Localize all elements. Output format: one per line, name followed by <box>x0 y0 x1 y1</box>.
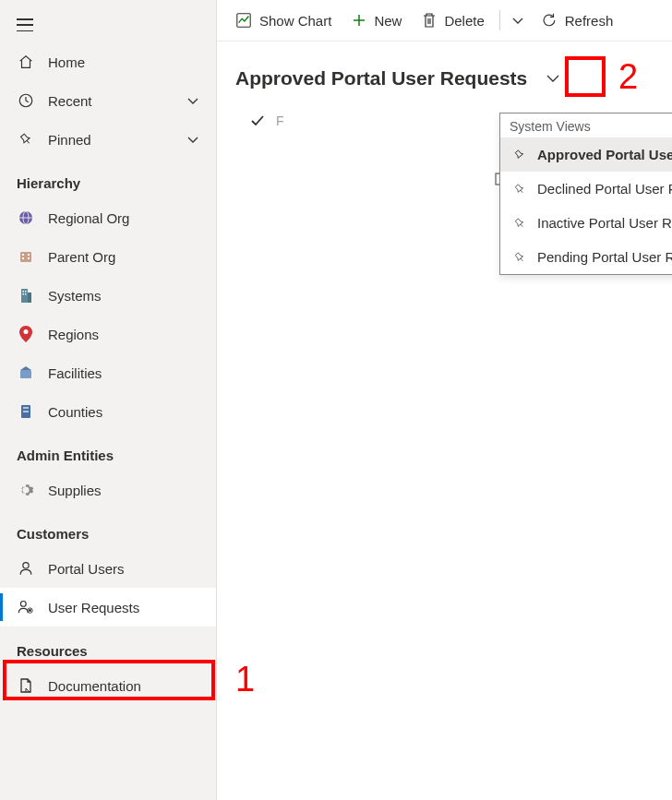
plus-icon <box>352 13 366 28</box>
dropdown-item-label: Pending Portal User Requests <box>537 249 672 265</box>
svg-rect-7 <box>22 257 24 259</box>
dropdown-item-label: Declined Portal User Requests <box>537 181 672 197</box>
sidebar-item-label: Systems <box>48 288 199 304</box>
globe-icon <box>17 209 35 227</box>
svg-rect-6 <box>28 254 30 256</box>
hamburger-menu[interactable] <box>0 7 216 42</box>
main-content: Show Chart New Delete <box>217 0 672 800</box>
dropdown-item-inactive[interactable]: Inactive Portal User Requests <box>500 206 672 240</box>
annotation-label-1: 1 <box>235 660 255 699</box>
separator <box>499 10 500 30</box>
sidebar-item-systems[interactable]: Systems <box>0 276 216 315</box>
nav-home[interactable]: Home <box>0 42 216 81</box>
chevron-down-icon <box>186 94 199 107</box>
svg-point-24 <box>30 610 31 612</box>
refresh-icon <box>541 12 558 29</box>
annotation-label-2: 2 <box>618 57 638 97</box>
sidebar-item-user-requests[interactable]: User Requests <box>0 588 216 627</box>
sidebar-item-facilities[interactable]: Facilities <box>0 353 216 392</box>
svg-rect-10 <box>28 293 31 303</box>
sidebar-item-label: Supplies <box>48 483 199 498</box>
view-selector-button[interactable] <box>536 62 570 95</box>
svg-point-15 <box>24 329 29 334</box>
show-chart-button[interactable]: Show Chart <box>226 6 341 34</box>
facility-icon <box>17 364 35 382</box>
svg-rect-9 <box>21 289 28 303</box>
svg-rect-8 <box>28 257 30 259</box>
refresh-button[interactable]: Refresh <box>532 6 623 34</box>
county-icon <box>17 402 35 421</box>
dropdown-item-label: Approved Portal User Requests <box>537 147 672 162</box>
svg-rect-14 <box>25 293 27 295</box>
svg-rect-13 <box>23 293 25 295</box>
nav-home-label: Home <box>48 54 199 70</box>
dropdown-item-pending[interactable]: Pending Portal User Requests <box>500 240 672 274</box>
svg-rect-19 <box>23 407 29 409</box>
delete-label: Delete <box>444 13 484 29</box>
svg-rect-20 <box>23 411 29 412</box>
svg-point-22 <box>20 602 26 607</box>
person-gear-icon <box>17 598 35 616</box>
dropdown-item-label: Inactive Portal User Requests <box>537 215 672 231</box>
delete-button[interactable]: Delete <box>413 6 493 34</box>
section-hierarchy-header: Hierarchy <box>0 159 216 198</box>
nav-recent[interactable]: Recent <box>0 81 216 120</box>
home-icon <box>17 53 35 71</box>
svg-point-21 <box>23 563 29 568</box>
sidebar-item-label: Portal Users <box>48 561 199 577</box>
sidebar-item-supplies[interactable]: Supplies <box>0 471 216 509</box>
sidebar-item-parent-org[interactable]: Parent Org <box>0 237 216 276</box>
clock-icon <box>17 91 35 110</box>
building-icon <box>17 286 35 304</box>
section-resources-header: Resources <box>0 627 216 666</box>
pin-icon <box>17 130 35 149</box>
sidebar-item-label: Counties <box>48 404 199 420</box>
chevron-down-icon <box>546 71 560 86</box>
partial-text: F <box>276 113 284 128</box>
pin-icon <box>513 149 526 161</box>
section-customers-header: Customers <box>0 509 216 549</box>
svg-rect-12 <box>25 291 27 293</box>
chevron-down-icon <box>186 133 199 146</box>
hamburger-icon <box>17 18 33 31</box>
view-header: Approved Portal User Requests <box>217 42 672 104</box>
sidebar-item-label: Regions <box>48 327 199 342</box>
show-chart-label: Show Chart <box>259 13 331 29</box>
dropdown-more-button[interactable] <box>506 8 530 32</box>
org-icon <box>17 247 35 266</box>
sidebar-item-label: Parent Org <box>48 249 199 265</box>
sidebar-item-counties[interactable]: Counties <box>0 392 216 431</box>
sidebar-item-regions[interactable]: Regions <box>0 315 216 353</box>
view-dropdown-menu: System Views Approved Portal User Reques… <box>499 113 672 275</box>
nav-pinned[interactable]: Pinned <box>0 120 216 159</box>
dropdown-header: System Views <box>500 113 672 137</box>
dropdown-item-declined[interactable]: Declined Portal User Requests <box>500 172 672 206</box>
svg-rect-4 <box>20 252 31 262</box>
pin-icon <box>513 183 526 196</box>
chevron-down-icon <box>511 14 524 27</box>
sidebar: Home Recent Pinned <box>0 0 217 800</box>
map-pin-icon <box>17 325 35 343</box>
document-icon <box>17 676 35 695</box>
pin-icon <box>513 217 526 230</box>
new-button[interactable]: New <box>342 7 411 34</box>
section-admin-header: Admin Entities <box>0 431 216 471</box>
check-icon <box>250 113 265 128</box>
person-icon <box>17 559 35 578</box>
sidebar-item-regional-org[interactable]: Regional Org <box>0 198 216 237</box>
svg-rect-16 <box>20 370 31 378</box>
sidebar-item-documentation[interactable]: Documentation <box>0 666 216 705</box>
pin-icon <box>513 251 526 264</box>
dropdown-item-approved[interactable]: Approved Portal User Requests <box>500 137 672 172</box>
sidebar-item-portal-users[interactable]: Portal Users <box>0 549 216 588</box>
command-bar: Show Chart New Delete <box>217 0 672 42</box>
new-label: New <box>374 13 402 29</box>
refresh-label: Refresh <box>565 13 614 29</box>
view-title: Approved Portal User Requests <box>235 67 527 90</box>
nav-recent-label: Recent <box>48 93 186 109</box>
nav-pinned-label: Pinned <box>48 132 186 148</box>
gear-icon <box>17 481 35 499</box>
sidebar-item-label: Regional Org <box>48 210 199 226</box>
sidebar-item-label: User Requests <box>48 600 199 615</box>
sidebar-item-label: Facilities <box>48 365 199 381</box>
